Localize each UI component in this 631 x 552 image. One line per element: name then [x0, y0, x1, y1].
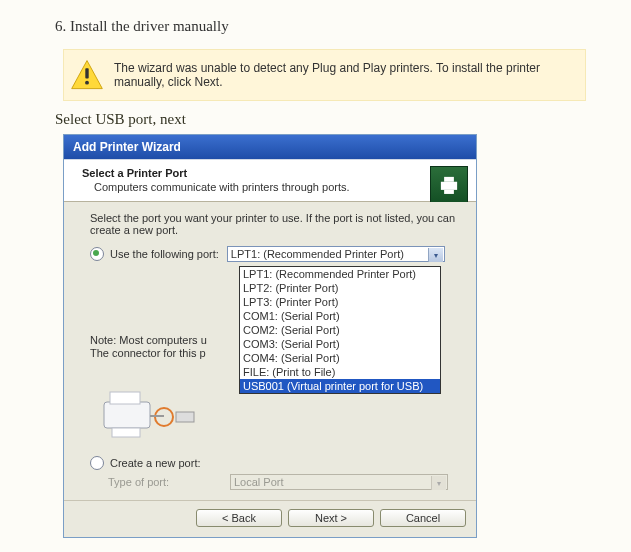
port-select[interactable]: LPT1: (Recommended Printer Port) ▾	[227, 246, 445, 262]
cancel-button[interactable]: Cancel	[380, 509, 466, 527]
note-line-1: Note: Most computers u	[90, 334, 207, 347]
wizard-body: Select the port you want your printer to…	[64, 202, 476, 500]
port-option[interactable]: LPT1: (Recommended Printer Port)	[240, 267, 440, 281]
warning-banner: The wizard was unable to detect any Plug…	[63, 49, 586, 101]
svg-rect-1	[85, 68, 88, 78]
port-instruction: Select the port you want your printer to…	[90, 212, 464, 236]
radio-create-new-port[interactable]	[90, 456, 104, 470]
port-option[interactable]: FILE: (Print to File)	[240, 365, 440, 379]
chevron-down-icon[interactable]: ▾	[428, 248, 443, 262]
wizard-header-title: Select a Printer Port	[82, 167, 464, 179]
printer-icon	[430, 166, 468, 204]
warning-text: The wizard was unable to detect any Plug…	[114, 61, 575, 89]
window-titlebar: Add Printer Wizard	[64, 135, 476, 160]
step-6-heading: 6. Install the driver manually	[55, 18, 609, 35]
svg-rect-8	[112, 428, 140, 437]
create-new-port-label: Create a new port:	[110, 457, 201, 469]
radio-use-following-port[interactable]	[90, 247, 104, 261]
use-following-port-row[interactable]: Use the following port: LPT1: (Recommend…	[90, 246, 464, 262]
port-option[interactable]: LPT3: (Printer Port)	[240, 295, 440, 309]
svg-rect-6	[104, 402, 150, 428]
add-printer-wizard-window: Add Printer Wizard Select a Printer Port…	[63, 134, 477, 538]
port-option[interactable]: COM3: (Serial Port)	[240, 337, 440, 351]
wizard-header: Select a Printer Port Computers communic…	[64, 160, 476, 202]
connector-note: Note: Most computers u The connector for…	[90, 334, 207, 360]
note-line-2: The connector for this p	[90, 347, 207, 360]
create-new-port-row[interactable]: Create a new port:	[90, 456, 464, 470]
port-option[interactable]: LPT2: (Printer Port)	[240, 281, 440, 295]
type-of-port-value: Local Port	[234, 476, 284, 488]
use-following-port-label: Use the following port:	[110, 248, 219, 260]
wizard-header-subtitle: Computers communicate with printers thro…	[94, 181, 464, 193]
svg-rect-3	[441, 182, 457, 190]
port-option-usb001[interactable]: USB001 (Virtual printer port for USB)	[240, 379, 440, 393]
port-option[interactable]: COM1: (Serial Port)	[240, 309, 440, 323]
port-dropdown-list[interactable]: LPT1: (Recommended Printer Port) LPT2: (…	[239, 266, 441, 394]
port-option[interactable]: COM2: (Serial Port)	[240, 323, 440, 337]
chevron-down-icon: ▾	[431, 476, 446, 490]
svg-rect-7	[110, 392, 140, 404]
type-of-port-label: Type of port:	[108, 476, 230, 488]
svg-rect-10	[176, 412, 194, 422]
svg-rect-4	[444, 177, 454, 182]
wizard-button-bar: < Back Next > Cancel	[64, 500, 476, 537]
type-of-port-select: Local Port ▾	[230, 474, 448, 490]
svg-point-2	[85, 81, 89, 85]
port-select-value: LPT1: (Recommended Printer Port)	[231, 248, 404, 260]
printer-connector-illustration	[100, 382, 200, 442]
back-button[interactable]: < Back	[196, 509, 282, 527]
svg-rect-5	[444, 190, 454, 194]
port-option[interactable]: COM4: (Serial Port)	[240, 351, 440, 365]
select-usb-caption: Select USB port, next	[55, 111, 609, 128]
type-of-port-row: Type of port: Local Port ▾	[90, 474, 464, 490]
next-button[interactable]: Next >	[288, 509, 374, 527]
warning-icon	[70, 58, 104, 92]
